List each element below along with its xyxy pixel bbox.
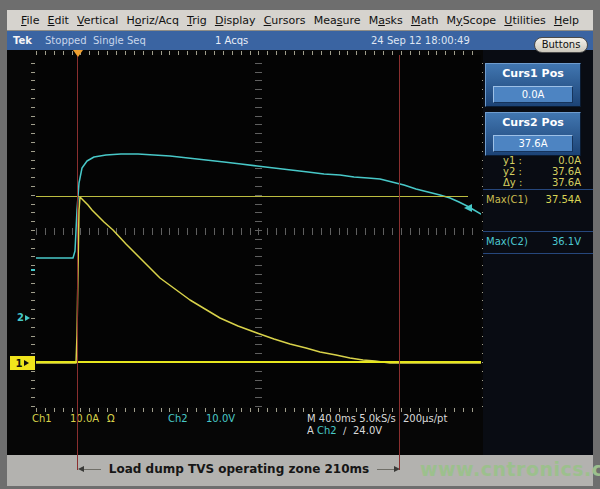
measurement-panel: Curs1 Pos 0.0A Curs2 Pos 37.6A y1 : 0.0A… (483, 50, 593, 455)
status-bar: Tek Stopped Single Seq 1 Acqs 24 Sep 12 … (7, 31, 593, 50)
annotation-line (377, 469, 394, 470)
trigger-position-icon[interactable] (73, 50, 83, 57)
menu-item-horizacq[interactable]: Horiz/Acq (126, 14, 178, 27)
ch1-scale[interactable]: 10.0A (70, 413, 99, 424)
watermark: www.cntronics.com (420, 458, 600, 480)
ch1-marker-arrow-icon (24, 360, 29, 366)
ch1-position-marker[interactable]: 1 (10, 356, 35, 370)
y2-value: 37.6A (552, 166, 581, 177)
menu-item-utilities[interactable]: Utilities (504, 14, 545, 27)
menu-item-math[interactable]: Math (411, 14, 439, 27)
ch2-marker-arrow-icon (25, 315, 30, 321)
dy-value: 37.6A (552, 177, 581, 188)
graticule (36, 55, 481, 407)
acquisition-state: Stopped (45, 35, 87, 46)
menu-item-cursors[interactable]: Cursors (264, 14, 306, 27)
ch2-position-marker[interactable]: 2 (17, 312, 30, 323)
vertical-cursor-left[interactable] (77, 55, 78, 470)
cursor-dy-row: Δy : 37.6A (483, 177, 593, 188)
ch1-baseline-cursor-1[interactable] (36, 361, 481, 363)
max-c2-label: Max(C2) (486, 236, 528, 247)
menu-item-vertical[interactable]: Vertical (77, 14, 118, 27)
menu-item-help[interactable]: Help (554, 14, 579, 27)
menu-item-display[interactable]: Display (215, 14, 256, 27)
horizontal-cursor-2[interactable] (36, 196, 468, 197)
max-c2-row: Max(C2) 36.1V (483, 236, 593, 247)
max-c1-value: 37.54A (546, 194, 581, 205)
menu-bar: FileEditVerticalHoriz/AcqTrigDisplayCurs… (7, 10, 593, 31)
operating-zone-annotation: Load dump TVS operating zone 210ms (78, 462, 400, 476)
buttons-button[interactable]: Buttons (534, 37, 588, 53)
max-c2-value: 36.1V (552, 236, 581, 247)
cursor-y1-row: y1 : 0.0A (483, 155, 593, 166)
max-c1-row: Max(C1) 37.54A (483, 194, 593, 205)
ch1-trace (36, 197, 481, 363)
bottom-ruler-ticks (36, 408, 481, 412)
ch2-offset-tick (31, 269, 35, 271)
y1-label: y1 : (503, 155, 522, 166)
ch1-label[interactable]: Ch1 (32, 413, 52, 424)
timebase-readout[interactable]: M 40.0ms 5.0kS/s (307, 413, 396, 424)
trigger-slope-icon: ∕ (343, 425, 346, 436)
ch2-trace (36, 154, 481, 258)
panel-divider (483, 189, 593, 190)
ch2-scale[interactable]: 10.0V (206, 413, 235, 424)
acquisition-count: 1 Acqs (215, 35, 248, 46)
dy-label: Δy : (503, 177, 522, 188)
left-ruler-ticks (31, 55, 35, 407)
curs2-pos-title: Curs2 Pos (486, 116, 580, 129)
menu-item-masks[interactable]: Masks (369, 14, 403, 27)
panel-divider (483, 231, 593, 232)
menu-item-file[interactable]: File (21, 14, 39, 27)
tek-logo: Tek (13, 35, 32, 46)
curs2-pos-value[interactable]: 37.6A (493, 135, 573, 152)
ch2-marker-label: 2 (17, 312, 24, 323)
menu-item-measure[interactable]: Measure (314, 14, 361, 27)
y2-label: y2 : (503, 166, 522, 177)
ch2-trigger-level-arrow-icon (464, 204, 472, 212)
panel-divider (483, 253, 593, 254)
vertical-cursor-right[interactable] (399, 55, 400, 470)
oscilloscope-window: FileEditVerticalHoriz/AcqTrigDisplayCurs… (0, 0, 600, 489)
trigger-prefix: A (307, 425, 314, 436)
trigger-source[interactable]: Ch2 (317, 425, 337, 436)
cursor-y2-row: y2 : 37.6A (483, 166, 593, 177)
resolution-readout: 200µs/pt (403, 413, 447, 424)
ch1-marker-label: 1 (16, 358, 23, 369)
curs1-pos-value[interactable]: 0.0A (493, 86, 573, 103)
curs1-pos-title: Curs1 Pos (486, 67, 580, 80)
max-c1-label: Max(C1) (486, 194, 528, 205)
ch1-coupling: Ω (107, 413, 115, 424)
annotation-band: Load dump TVS operating zone 210ms www.c… (7, 455, 593, 486)
trigger-level[interactable]: 24.0V (353, 425, 382, 436)
acquisition-mode: Single Seq (93, 35, 146, 46)
curs2-pos-box[interactable]: Curs2 Pos 37.6A (485, 112, 581, 156)
datetime: 24 Sep 12 18:00:49 (371, 35, 470, 46)
menu-item-trig[interactable]: Trig (187, 14, 207, 27)
annotation-line (84, 469, 101, 470)
waveform-svg (36, 55, 481, 407)
curs1-pos-box[interactable]: Curs1 Pos 0.0A (485, 63, 581, 107)
annotation-text: Load dump TVS operating zone 210ms (101, 462, 377, 476)
menu-item-myscope[interactable]: MyScope (447, 14, 497, 27)
ch2-label[interactable]: Ch2 (168, 413, 188, 424)
y1-value: 0.0A (558, 155, 581, 166)
menu-item-edit[interactable]: Edit (48, 14, 69, 27)
